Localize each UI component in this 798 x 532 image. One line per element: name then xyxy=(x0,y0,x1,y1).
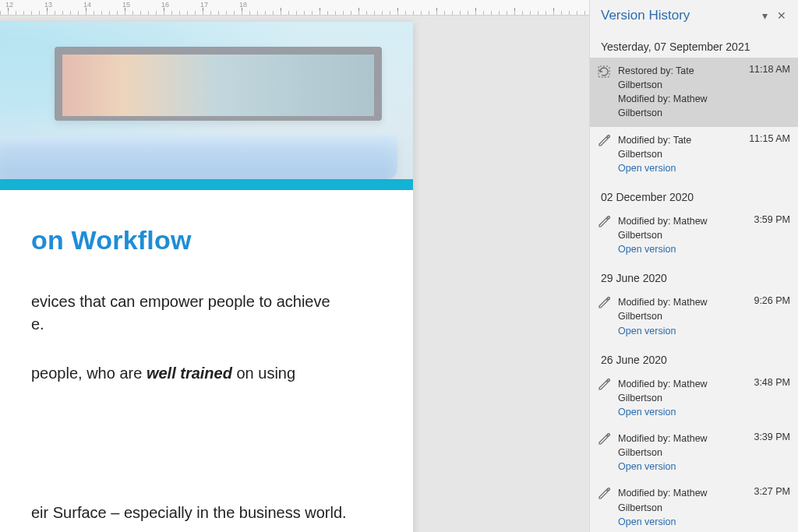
version-group-header[interactable]: 29 June 2020 xyxy=(590,262,798,289)
document-heading[interactable]: on Workflow xyxy=(31,221,382,259)
open-version-link[interactable]: Open version xyxy=(618,161,738,175)
ruler-tick-label: 12 xyxy=(5,1,13,9)
pencil-icon xyxy=(598,379,612,393)
document-paragraph[interactable]: people, who are well trained on using xyxy=(31,362,382,385)
version-entry[interactable]: Modified by: Mathew GilbertsonOpen versi… xyxy=(590,208,798,262)
version-group-header[interactable]: 02 December 2020 xyxy=(590,181,798,208)
ruler-tick-label: 15 xyxy=(122,1,130,9)
pencil-icon xyxy=(598,488,612,502)
version-entry-text: Modified by: Mathew GilbertsonOpen versi… xyxy=(618,432,743,474)
version-entry-time: 11:15 AM xyxy=(744,133,790,144)
version-group-header[interactable]: 26 June 2020 xyxy=(590,344,798,371)
panel-title: Version History xyxy=(601,8,756,23)
version-entry[interactable]: Modified by: Mathew GilbertsonOpen versi… xyxy=(590,371,798,425)
ruler-tick-label: 14 xyxy=(83,1,91,9)
open-version-link[interactable]: Open version xyxy=(618,405,743,419)
version-entry-time: 3:59 PM xyxy=(749,214,790,225)
version-entry[interactable]: Modified by: Tate GilbertsonOpen version… xyxy=(590,127,798,181)
version-entry-text: Modified by: Mathew GilbertsonOpen versi… xyxy=(618,377,743,419)
pencil-icon xyxy=(598,216,612,230)
pencil-icon xyxy=(598,433,612,447)
version-entry-text: Modified by: Tate GilbertsonOpen version xyxy=(618,133,738,175)
version-history-list[interactable]: Yesterday, 07 September 2021Restored by:… xyxy=(590,30,798,532)
close-icon[interactable]: ✕ xyxy=(773,9,790,22)
open-version-link[interactable]: Open version xyxy=(618,242,743,256)
version-entry[interactable]: Modified by: Mathew GilbertsonOpen versi… xyxy=(590,480,798,532)
pencil-icon xyxy=(598,135,612,149)
hero-image xyxy=(0,22,413,190)
ruler-tick-label: 17 xyxy=(200,1,208,9)
open-version-link[interactable]: Open version xyxy=(618,460,743,474)
version-entry[interactable]: Modified by: Mathew GilbertsonOpen versi… xyxy=(590,289,798,344)
version-entry-time: 11:18 AM xyxy=(744,64,790,75)
ruler-tick-label: 13 xyxy=(44,1,52,9)
version-entry-time: 3:39 PM xyxy=(749,432,790,442)
version-entry-text: Modified by: Mathew GilbertsonOpen versi… xyxy=(618,486,743,528)
open-version-link[interactable]: Open version xyxy=(618,515,743,529)
version-entry[interactable]: Modified by: Mathew GilbertsonOpen versi… xyxy=(590,425,798,480)
pencil-icon xyxy=(598,297,612,311)
restore-icon xyxy=(598,65,612,79)
open-version-link[interactable]: Open version xyxy=(618,324,743,338)
document-page[interactable]: on Workflow evices that can empower peop… xyxy=(0,22,413,532)
emphasis-text: well trained xyxy=(147,365,232,382)
panel-options-button[interactable]: ▾ xyxy=(756,9,773,22)
version-entry-text: Restored by: Tate GilbertsonModified by:… xyxy=(618,64,738,121)
document-canvas[interactable]: 12 13 14 15 16 17 18 on Workflow evices … xyxy=(0,0,589,532)
version-entry-time: 3:48 PM xyxy=(749,377,790,388)
version-entry-time: 9:26 PM xyxy=(749,295,790,306)
document-paragraph[interactable]: evices that can empower people to achiev… xyxy=(31,291,382,336)
version-entry-text: Modified by: Mathew GilbertsonOpen versi… xyxy=(618,295,743,337)
ruler-tick-label: 16 xyxy=(161,1,169,9)
version-entry-text: Modified by: Mathew GilbertsonOpen versi… xyxy=(618,214,743,256)
horizontal-ruler: 12 13 14 15 16 17 18 xyxy=(0,0,589,16)
version-entry[interactable]: Restored by: Tate GilbertsonModified by:… xyxy=(590,58,798,127)
version-entry-time: 3:27 PM xyxy=(749,486,790,497)
version-group-header[interactable]: Yesterday, 07 September 2021 xyxy=(590,31,798,58)
document-paragraph[interactable]: eir Surface – especially in the business… xyxy=(31,502,382,524)
ruler-tick-label: 18 xyxy=(239,1,247,9)
version-history-panel: Version History ▾ ✕ Yesterday, 07 Septem… xyxy=(589,0,798,532)
